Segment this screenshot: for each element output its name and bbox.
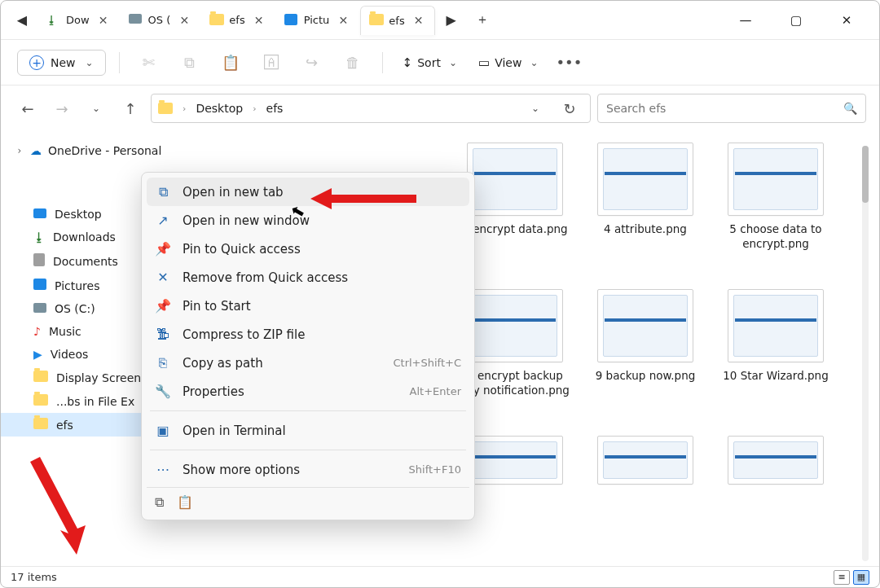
new-label: New: [51, 56, 76, 69]
view-button[interactable]: ▭View: [472, 50, 544, 75]
rename-icon[interactable]: 🄰: [255, 46, 288, 79]
address-dropdown[interactable]: ⌄: [521, 94, 549, 122]
file-name: 9 backup now.png: [596, 369, 696, 384]
sidebar-item-label: Music: [49, 325, 81, 338]
cut-icon[interactable]: ✄: [133, 46, 165, 79]
sort-button[interactable]: ↕Sort: [396, 50, 464, 75]
ctx-shortcut: Ctrl+Shift+C: [393, 357, 461, 369]
ctx-copy-as-path[interactable]: ⎘ Copy as path Ctrl+Shift+C: [147, 349, 469, 377]
ctx-icon: 📌: [155, 298, 171, 314]
ctx-remove-from-quick-access[interactable]: ✕ Remove from Quick access: [147, 263, 469, 292]
music-icon: ♪: [33, 325, 41, 338]
thumbnail-view-button[interactable]: ▦: [853, 570, 869, 585]
sidebar-item-label: Videos: [51, 348, 89, 361]
copy-icon[interactable]: ⧉: [174, 46, 206, 79]
tab-label: efs: [389, 15, 404, 27]
svg-marker-1: [30, 457, 86, 555]
ctx-open-in-new-tab[interactable]: ⧉ Open in new tab: [147, 178, 469, 206]
tab-scroll-left[interactable]: ◀: [7, 6, 37, 35]
ctx-copy-icon[interactable]: ⧉: [155, 494, 164, 510]
ctx-open-in-new-window[interactable]: ↗ Open in new window: [147, 206, 469, 235]
ctx-icon: ⋯: [155, 462, 171, 477]
file-item[interactable]: 10 Star Wizard.png: [715, 287, 837, 434]
folder-icon: [33, 394, 48, 408]
ctx-pin-to-quick-access[interactable]: 📌 Pin to Quick access: [147, 235, 469, 263]
delete-icon[interactable]: 🗑: [337, 46, 369, 79]
sidebar-item-label: efs: [56, 419, 73, 432]
file-item[interactable]: 4 attribute.png: [584, 141, 706, 287]
tab-icon: [209, 14, 222, 27]
sidebar-onedrive[interactable]: › ☁ OneDrive - Personal: [1, 139, 187, 162]
tab-label: OS (: [148, 14, 171, 26]
ctx-icon: ⎘: [155, 355, 171, 371]
maximize-button[interactable]: ▢: [778, 7, 814, 33]
tab-0[interactable]: ⭳ Dow ✕: [38, 6, 119, 35]
ctx-open-in-terminal[interactable]: ▣ Open in Terminal: [147, 416, 469, 445]
search-box[interactable]: 🔍: [597, 94, 866, 123]
status-bar: 17 items ≡ ▦: [1, 566, 879, 587]
tab-icon: [284, 14, 297, 27]
ctx-icon: ↗: [155, 213, 171, 228]
file-name: 8 encrypt backup key notification.png: [458, 369, 572, 397]
tab-3[interactable]: Pictu ✕: [276, 6, 359, 35]
ctx-label: Pin to Start: [183, 299, 461, 314]
sidebar-item-label: Display Screen: [56, 371, 141, 384]
tab-close-icon[interactable]: ✕: [177, 14, 191, 27]
ctx-icon: 🗜: [155, 327, 171, 342]
ctx-icon: ⧉: [155, 184, 171, 200]
breadcrumb-desktop[interactable]: Desktop: [196, 102, 243, 115]
ctx-properties[interactable]: 🔧 Properties Alt+Enter: [147, 377, 469, 406]
more-icon[interactable]: •••: [552, 46, 585, 79]
forward-button[interactable]: →: [48, 94, 76, 122]
share-icon[interactable]: ↪: [296, 46, 328, 79]
vertical-scrollbar[interactable]: [858, 141, 873, 566]
ctx-pin-to-start[interactable]: 📌 Pin to Start: [147, 292, 469, 320]
tab-icon: [129, 14, 142, 27]
tab-4[interactable]: efs ✕: [360, 6, 434, 35]
paste-icon[interactable]: 📋: [214, 46, 247, 79]
file-item[interactable]: [715, 434, 837, 566]
ctx-label: Open in new window: [183, 213, 461, 228]
search-icon: 🔍: [843, 102, 857, 115]
tab-close-icon[interactable]: ✕: [96, 14, 111, 27]
ctx-paste-icon[interactable]: 📋: [177, 494, 193, 510]
breadcrumb[interactable]: › Desktop › efs ⌄ ↻: [151, 94, 591, 123]
file-name: 10 Star Wizard.png: [723, 369, 828, 384]
tab-close-icon[interactable]: ✕: [336, 14, 350, 27]
file-item[interactable]: 9 backup now.png: [584, 287, 706, 434]
ctx-shortcut: Alt+Enter: [410, 385, 461, 397]
up-button[interactable]: ↑: [117, 94, 144, 122]
tab-scroll-right[interactable]: ▶: [437, 6, 466, 35]
tab-icon: [369, 14, 382, 27]
folder-icon: [158, 103, 173, 114]
ctx-compress-to-zip-file[interactable]: 🗜 Compress to ZIP file: [147, 320, 469, 349]
tab-1[interactable]: OS ( ✕: [121, 6, 200, 35]
close-button[interactable]: ✕: [829, 7, 865, 33]
file-item[interactable]: [584, 434, 706, 566]
item-count: 17 items: [11, 571, 57, 583]
file-item[interactable]: 5 choose data to encrypt.png: [715, 141, 837, 287]
recent-dropdown[interactable]: ⌄: [82, 94, 110, 122]
tab-strip: ◀ ⭳ Dow ✕ OS ( ✕ efs ✕ Pictu ✕ efs ✕ ▶ ＋…: [1, 1, 879, 40]
back-button[interactable]: ←: [14, 94, 42, 122]
docs-icon: [33, 253, 45, 269]
sidebar-item-label: Pictures: [55, 279, 99, 292]
details-view-button[interactable]: ≡: [834, 570, 850, 585]
tab-label: efs: [229, 14, 244, 26]
new-button[interactable]: + New: [17, 50, 106, 76]
ctx-icon: 📌: [155, 241, 171, 257]
search-input[interactable]: [606, 102, 837, 115]
pictures-icon: [33, 279, 46, 292]
new-tab-button[interactable]: ＋: [468, 6, 497, 35]
folder-icon: [33, 371, 48, 384]
videos-icon: ▶: [33, 348, 42, 361]
breadcrumb-efs[interactable]: efs: [266, 102, 284, 115]
ctx-show-more-options[interactable]: ⋯ Show more options Shift+F10: [147, 455, 469, 484]
file-name: 4 attribute.png: [604, 222, 687, 237]
tab-close-icon[interactable]: ✕: [411, 14, 426, 27]
refresh-button[interactable]: ↻: [556, 94, 583, 122]
minimize-button[interactable]: —: [728, 7, 763, 33]
sidebar-item-label: Downloads: [53, 230, 116, 244]
tab-close-icon[interactable]: ✕: [252, 14, 266, 27]
tab-2[interactable]: efs ✕: [201, 6, 274, 35]
